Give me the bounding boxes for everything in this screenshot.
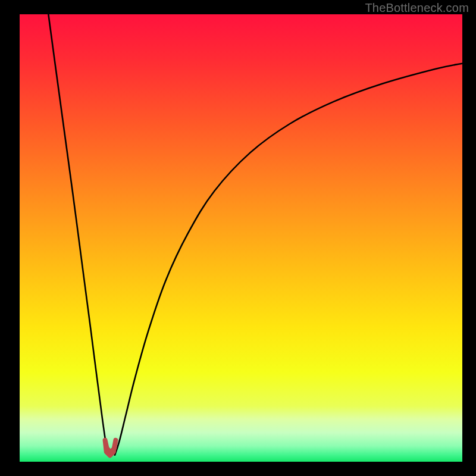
outer-frame: TheBottleneck.com [0,0,476,476]
gradient-background [20,14,462,462]
chart-area [20,14,462,462]
attribution-text: TheBottleneck.com [365,1,469,15]
chart-svg [20,14,462,462]
